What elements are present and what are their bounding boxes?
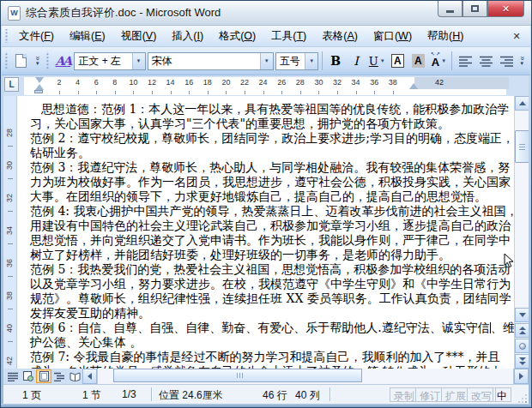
- first-line-indent-marker[interactable]: [35, 77, 44, 83]
- ruler-number: 26: [277, 78, 286, 87]
- document-line[interactable]: 习，关心国家大事，认真学习"三个代表"的重要思想，拥护党的各项方针政策。: [30, 117, 512, 131]
- mode-overtype[interactable]: 改写: [467, 387, 496, 402]
- font-name-combo[interactable]: 宋体: [148, 52, 274, 70]
- document-page[interactable]: 思想道德：范例 1：本人这一年以来，具有热爱等祖国等的优良传统，能积极参加政治学…: [18, 96, 514, 369]
- left-indent-marker[interactable]: [34, 90, 43, 93]
- align-left-button[interactable]: [455, 51, 475, 71]
- new-document-button[interactable]: [11, 51, 32, 71]
- chevron-down-icon: ▼: [35, 61, 40, 66]
- vertical-ruler: 2830323436384042: [3, 96, 17, 369]
- character-border-button[interactable]: A: [387, 51, 408, 71]
- toolbar-grip-handle[interactable]: [45, 51, 50, 70]
- next-page-button[interactable]: [515, 354, 529, 369]
- mode-extend-selection[interactable]: 扩展: [441, 387, 470, 402]
- document-line[interactable]: 范例 3：我遵纪守法，尊敬师长，热心助人，与同学相处融洽。我有较强的集体荣誉感，…: [30, 160, 512, 175]
- menu-item-insert[interactable]: 插入(I): [164, 27, 211, 46]
- resize-grip[interactable]: [517, 393, 527, 403]
- ruler-number: 24: [259, 78, 268, 87]
- reading-layout-view-button[interactable]: [67, 369, 82, 383]
- menu-item-format[interactable]: 格式(O): [211, 27, 263, 46]
- right-indent-marker[interactable]: [409, 83, 418, 89]
- document-line[interactable]: 大事。在团组织的领导下，力求更好地锻炼自己，提高自己的，提高自己的思想觉悟。: [30, 189, 512, 204]
- character-shading-button[interactable]: A: [408, 51, 428, 71]
- tab-selector-button[interactable]: L: [4, 77, 19, 92]
- toolbar-options-button[interactable]: » ▼: [517, 56, 527, 66]
- toolbar-grip-handle[interactable]: [4, 51, 9, 70]
- document-line[interactable]: 树立了好榜样，并能团结好班委，处理好班级的一切事务，是老师的得力助手。: [30, 248, 512, 262]
- ime-indicator[interactable]: 中: [493, 387, 511, 402]
- dropdown-arrow-icon[interactable]: ▼: [441, 58, 446, 63]
- dropdown-arrow-icon[interactable]: [305, 53, 317, 69]
- mode-record-macro[interactable]: 录制: [390, 387, 419, 402]
- horizontal-scrollbar[interactable]: [97, 369, 514, 384]
- menu-item-window[interactable]: 窗口(W): [366, 27, 420, 46]
- normal-view-button[interactable]: [5, 369, 21, 383]
- document-line[interactable]: 发挥友爱互助的精神。: [30, 306, 512, 321]
- menu-item-tools[interactable]: 工具(T): [263, 27, 314, 46]
- scroll-up-button[interactable]: [515, 96, 529, 111]
- ruler-tick: [208, 91, 209, 94]
- document-line[interactable]: 范例 2：遵守校纪校规，尊敬师长，团结同学，政治上要求进步;学习目的明确，态度端…: [30, 131, 512, 146]
- document-line[interactable]: 范例 5：我热爱我们的党，热爱社会主义祖国，思想觉悟高，积极参加学校组织的各项活…: [30, 262, 512, 277]
- outline-view-button[interactable]: [51, 369, 67, 383]
- toolbar-options-button[interactable]: » ▼: [33, 56, 43, 66]
- ruler-number: 38: [389, 78, 397, 87]
- ruler-tick: [78, 91, 79, 94]
- character-scaling-button[interactable]: A ▼: [428, 51, 449, 71]
- ruler-number: 14: [166, 78, 175, 87]
- menu-item-edit[interactable]: 编辑(E): [62, 27, 113, 46]
- vertical-scroll-thumb[interactable]: [515, 130, 529, 163]
- font-size-combo[interactable]: 五号: [275, 52, 318, 70]
- hanging-indent-marker[interactable]: [35, 84, 44, 90]
- vertical-scrollbar[interactable]: [514, 96, 529, 369]
- document-line[interactable]: 范例 4: 我衷心拥护中国共产党的领导，热爱蒸蒸日上、迈着改革步伐前进的社会主义…: [30, 204, 512, 219]
- bold-button[interactable]: B: [325, 51, 346, 71]
- scroll-down-button[interactable]: [515, 308, 529, 322]
- scroll-right-button[interactable]: [514, 369, 529, 384]
- document-line[interactable]: 规范》。尊敬师长，组织纪律性强，连续担任班 XX 委员等职务。工作认真负责，团结…: [30, 291, 512, 306]
- underline-button[interactable]: U ▼: [366, 51, 387, 71]
- styles-and-formatting-button[interactable]: AA: [52, 51, 73, 71]
- scroll-left-button[interactable]: [82, 369, 97, 384]
- mode-track-changes[interactable]: 修订: [415, 387, 444, 402]
- menu-item-table[interactable]: 表格(A): [314, 27, 366, 46]
- vertical-ruler-number: 32: [5, 194, 14, 202]
- document-line[interactable]: 思想觉悟，并向党组织递交了入党申请书。作为班长，我能以身作则，严于律己，在同学中: [30, 233, 512, 248]
- document-line[interactable]: 范例 7: 令我最自豪的事情是经过不断的努力学习和提高自己，我顺利的加入了***…: [30, 350, 512, 364]
- web-layout-view-button[interactable]: [21, 369, 36, 383]
- minimize-button[interactable]: [438, 1, 462, 17]
- title-bar[interactable]: W 综合素质自我评价.doc - Microsoft Word ✕: [1, 1, 531, 26]
- vertical-ruler-number: 34: [5, 226, 14, 235]
- window-frame: [529, 26, 531, 407]
- horizontal-scroll-thumb[interactable]: [113, 369, 362, 382]
- document-line[interactable]: 思想道德：范例 1：本人这一年以来，具有热爱等祖国等的优良传统，能积极参加政治学: [30, 102, 512, 117]
- select-browse-object-button[interactable]: [515, 339, 529, 353]
- align-right-button[interactable]: [496, 51, 517, 71]
- document-line[interactable]: 力为班为校做好事。作为一名团员，我思想进步，遵守社会公德，积极投身实践，关心国家: [30, 175, 512, 189]
- maximize-button[interactable]: [462, 1, 487, 17]
- document-line[interactable]: 用建设有中国特色的社会主义理论武装自己，积极参加党章学习小组，逐步提高自己的政治: [30, 219, 512, 233]
- menu-close-icon[interactable]: ✕: [510, 31, 523, 42]
- document-line[interactable]: 范例 6：自信、自尊、自强、自律、勤奋、有爱心、乐于帮助他人.遵纪守法、诚实守信…: [30, 321, 512, 335]
- close-button[interactable]: ✕: [487, 1, 524, 17]
- previous-page-button[interactable]: [515, 323, 529, 338]
- arrow-right-icon: [519, 373, 523, 380]
- status-position: 位置 24.6厘米: [159, 388, 223, 403]
- document-line[interactable]: 护公德、关心集体 。: [30, 335, 512, 350]
- print-layout-view-button[interactable]: [36, 369, 51, 383]
- status-page-indicator: 1/3: [122, 388, 136, 400]
- dropdown-arrow-icon[interactable]: ▼: [380, 58, 385, 63]
- menu-grip-handle[interactable]: [4, 29, 9, 44]
- text-caret: [490, 322, 491, 333]
- document-line[interactable]: 以及党章学习小组，努力要求进步。在校，我模范遵守《中学生守则》和《中学生日常行为: [30, 277, 512, 291]
- dropdown-arrow-icon[interactable]: [132, 53, 145, 69]
- italic-button[interactable]: I: [346, 51, 366, 71]
- dropdown-arrow-icon[interactable]: [260, 53, 273, 69]
- menu-item-help[interactable]: 帮助(H): [420, 27, 471, 46]
- document-line[interactable]: 钻研业务。: [30, 146, 512, 160]
- menu-item-file[interactable]: 文件(F): [11, 27, 62, 46]
- ruler-number: 36: [370, 78, 378, 87]
- align-center-button[interactable]: [475, 51, 496, 71]
- paragraph-style-combo[interactable]: 正文 + 左: [74, 52, 145, 70]
- menu-item-view[interactable]: 视图(V): [113, 27, 165, 46]
